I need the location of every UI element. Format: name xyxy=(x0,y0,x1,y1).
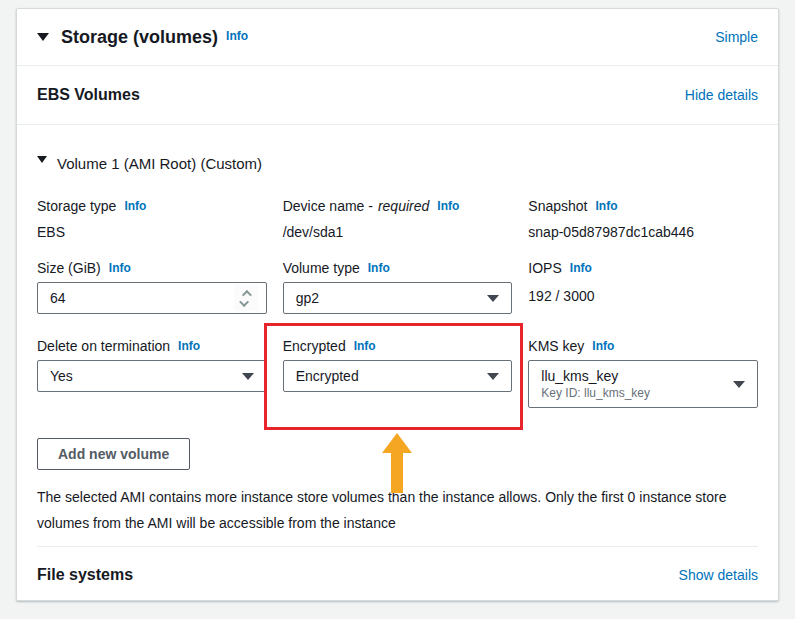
file-systems-title: File systems xyxy=(37,566,133,584)
ebs-volumes-header: EBS Volumes Hide details xyxy=(17,66,778,125)
device-name-required-label: required xyxy=(378,198,429,214)
size-field: Size (GiB) Info xyxy=(37,260,267,314)
ami-instance-store-note: The selected AMI contains more instance … xyxy=(37,484,749,536)
show-details-link[interactable]: Show details xyxy=(679,567,758,583)
volume-type-field: Volume type Info gp2 xyxy=(283,260,513,314)
ebs-volumes-title: EBS Volumes xyxy=(37,86,140,104)
encrypted-field: Encrypted Info Encrypted xyxy=(283,338,513,408)
storage-volumes-panel: Storage (volumes) Info Simple EBS Volume… xyxy=(16,8,779,601)
delete-on-termination-label: Delete on termination xyxy=(37,338,170,354)
hide-details-link[interactable]: Hide details xyxy=(685,87,758,103)
device-name-label: Device name - xyxy=(283,198,373,214)
collapse-caret-icon[interactable] xyxy=(37,33,49,41)
delete-on-termination-field: Delete on termination Info Yes xyxy=(37,338,267,408)
volume-title: Volume 1 (AMI Root) (Custom) xyxy=(57,155,262,172)
encrypted-selected-value: Encrypted xyxy=(296,368,359,384)
dropdown-caret-icon xyxy=(242,373,254,380)
snapshot-value: snap-05d87987dc1cab446 xyxy=(528,224,758,240)
delete-on-termination-select[interactable]: Yes xyxy=(37,360,267,392)
kms-key-info-link[interactable]: Info xyxy=(592,339,614,353)
dropdown-caret-icon xyxy=(733,381,745,388)
snapshot-info-link[interactable]: Info xyxy=(596,199,618,213)
device-name-value: /dev/sda1 xyxy=(283,224,513,240)
file-systems-header: File systems Show details xyxy=(17,547,778,603)
device-name-field: Device name - required Info /dev/sda1 xyxy=(283,198,513,240)
iops-value: 192 / 3000 xyxy=(528,288,758,304)
storage-type-field: Storage type Info EBS xyxy=(37,198,267,240)
kms-key-select[interactable]: llu_kms_key Key ID: llu_kms_key xyxy=(528,360,758,408)
dropdown-caret-icon xyxy=(487,373,499,380)
encrypted-label: Encrypted xyxy=(283,338,346,354)
volume-type-label: Volume type xyxy=(283,260,360,276)
volume-type-select[interactable]: gp2 xyxy=(283,282,513,314)
iops-label: IOPS xyxy=(528,260,561,276)
size-input[interactable] xyxy=(50,290,200,306)
dropdown-caret-icon xyxy=(487,295,499,302)
panel-title: Storage (volumes) xyxy=(61,27,218,48)
simple-mode-link[interactable]: Simple xyxy=(715,29,758,45)
storage-type-info-link[interactable]: Info xyxy=(124,199,146,213)
snapshot-field: Snapshot Info snap-05d87987dc1cab446 xyxy=(528,198,758,240)
size-input-wrapper xyxy=(37,282,267,314)
kms-key-id: Key ID: llu_kms_key xyxy=(541,385,650,401)
size-label: Size (GiB) xyxy=(37,260,101,276)
iops-field: IOPS Info 192 / 3000 xyxy=(528,260,758,314)
volume-details: Volume 1 (AMI Root) (Custom) Storage typ… xyxy=(17,125,778,547)
kms-key-field: KMS key Info llu_kms_key Key ID: llu_kms… xyxy=(528,338,758,408)
storage-type-label: Storage type xyxy=(37,198,116,214)
storage-type-value: EBS xyxy=(37,224,267,240)
encrypted-info-link[interactable]: Info xyxy=(354,339,376,353)
delete-on-termination-info-link[interactable]: Info xyxy=(178,339,200,353)
encrypted-select[interactable]: Encrypted xyxy=(283,360,513,392)
kms-key-selected-value: llu_kms_key xyxy=(541,367,650,385)
volume-collapse-caret-icon[interactable] xyxy=(37,156,47,163)
device-name-info-link[interactable]: Info xyxy=(437,199,459,213)
delete-on-termination-selected-value: Yes xyxy=(50,368,73,384)
iops-info-link[interactable]: Info xyxy=(570,261,592,275)
panel-info-link[interactable]: Info xyxy=(226,29,248,43)
size-stepper[interactable] xyxy=(234,285,258,311)
snapshot-label: Snapshot xyxy=(528,198,587,214)
add-new-volume-button[interactable]: Add new volume xyxy=(37,438,190,470)
volume-type-info-link[interactable]: Info xyxy=(368,261,390,275)
kms-key-label: KMS key xyxy=(528,338,584,354)
panel-header: Storage (volumes) Info Simple xyxy=(17,9,778,66)
size-info-link[interactable]: Info xyxy=(109,261,131,275)
volume-type-selected-value: gp2 xyxy=(296,290,319,306)
